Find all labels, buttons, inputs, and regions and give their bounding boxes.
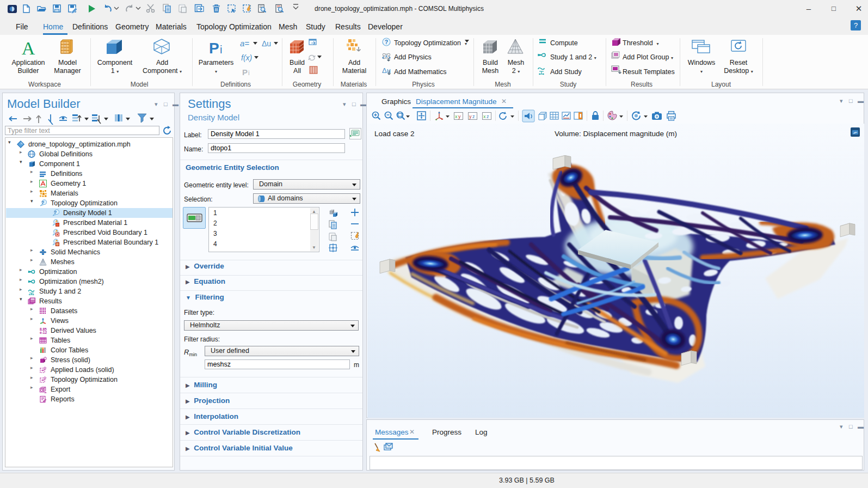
svg-text:Δu: Δu [262, 39, 271, 48]
svg-text:P: P [209, 40, 219, 57]
svg-text:?: ? [385, 39, 388, 45]
svg-text:a=: a= [240, 39, 249, 48]
svg-text:z: z [487, 114, 489, 119]
svg-text:z: z [472, 114, 475, 119]
svg-text:x: x [483, 114, 486, 119]
svg-text:?: ? [41, 200, 44, 205]
svg-text:e-12: e-12 [40, 331, 47, 334]
svg-text:i: i [220, 44, 222, 56]
svg-text:i: i [248, 69, 250, 77]
svg-text:y: y [469, 114, 472, 119]
svg-text:y: y [458, 114, 461, 119]
svg-text:A: A [22, 38, 35, 58]
svg-text:?: ? [54, 210, 57, 215]
svg-text:x: x [455, 114, 458, 119]
